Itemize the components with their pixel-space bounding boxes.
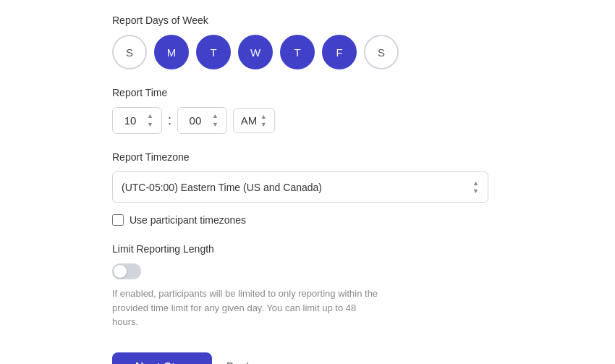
limit-reporting-section: Limit Reporting Length If enabled, parti… [112, 243, 488, 329]
day-circle-S2[interactable]: S [364, 35, 399, 69]
limit-description: If enabled, participants will be limited… [112, 287, 380, 329]
participant-timezones-checkbox[interactable] [112, 214, 124, 226]
minutes-spinner[interactable]: ▲ ▼ [177, 107, 227, 134]
limit-label: Limit Reporting Length [112, 243, 488, 255]
timezone-select-wrap[interactable]: (UTC-05:00) Eastern Time (US and Canada)… [112, 172, 488, 203]
minutes-input[interactable] [184, 114, 207, 127]
ampm-select[interactable]: AMPM [241, 114, 258, 127]
back-button[interactable]: Back [226, 361, 253, 365]
day-circle-M[interactable]: M [154, 35, 189, 69]
hours-spinner[interactable]: ▲ ▼ [112, 107, 162, 134]
hours-input[interactable] [119, 114, 142, 127]
days-of-week-section: Report Days of Week SMTWTFS [112, 14, 488, 87]
day-circle-W[interactable]: W [238, 35, 273, 69]
report-time-section: Report Time ▲ ▼ : ▲ ▼ [112, 87, 488, 134]
time-row: ▲ ▼ : ▲ ▼ AMPM ▲ [112, 107, 488, 134]
time-colon: : [168, 113, 171, 128]
minutes-up[interactable]: ▲ [210, 112, 221, 120]
next-step-button[interactable]: Next Step [112, 352, 212, 365]
ampm-arrows: ▲ ▼ [260, 113, 267, 128]
hours-arrows: ▲ ▼ [145, 112, 156, 129]
main-container: Report Days of Week SMTWTFS Report Time … [112, 14, 488, 364]
toggle-knob [114, 265, 127, 278]
hours-down[interactable]: ▼ [145, 121, 156, 129]
hours-up[interactable]: ▲ [145, 112, 156, 120]
button-row: Next Step Back [112, 352, 488, 365]
ampm-wrapper[interactable]: AMPM ▲ ▼ [233, 108, 275, 133]
participant-timezones-row: Use participant timezones [112, 214, 488, 226]
toggle-row [112, 263, 488, 279]
report-timezone-section: Report Timezone (UTC-05:00) Eastern Time… [112, 151, 488, 203]
day-circle-S1[interactable]: S [112, 35, 147, 69]
timezone-arrows: ▲ ▼ [472, 179, 479, 195]
time-label: Report Time [112, 87, 488, 98]
day-circle-T1[interactable]: T [196, 35, 231, 69]
days-row: SMTWTFS [112, 35, 488, 69]
days-label: Report Days of Week [112, 14, 488, 26]
timezone-label: Report Timezone [112, 151, 488, 163]
minutes-arrows: ▲ ▼ [210, 112, 221, 129]
timezone-select[interactable]: (UTC-05:00) Eastern Time (US and Canada)… [122, 182, 472, 193]
minutes-down[interactable]: ▼ [210, 121, 221, 129]
limit-toggle[interactable] [112, 263, 141, 279]
day-circle-T2[interactable]: T [280, 35, 315, 69]
day-circle-F[interactable]: F [322, 35, 357, 69]
participant-timezones-label[interactable]: Use participant timezones [130, 214, 246, 226]
